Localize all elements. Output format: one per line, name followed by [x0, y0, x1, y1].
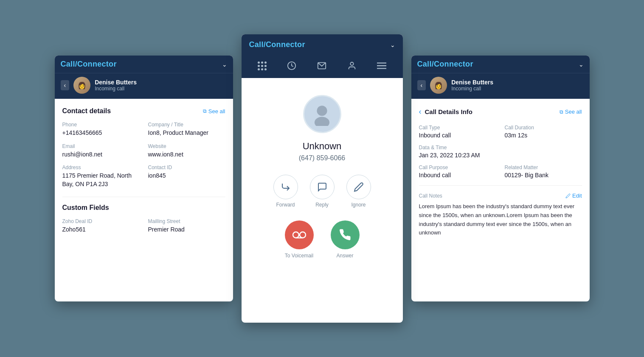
- center-brand-part2: /Connector: [264, 40, 305, 49]
- edit-label: Edit: [572, 192, 582, 199]
- reply-action[interactable]: Reply: [310, 175, 335, 208]
- mail-icon: [317, 61, 326, 70]
- call-details-back-icon[interactable]: ‹: [419, 107, 422, 116]
- field-date-time-label: Data & Time: [419, 145, 582, 151]
- right-chevron[interactable]: ⌄: [579, 61, 584, 68]
- call-details-grid: Call Type Inbound call Call Duration 03m…: [419, 125, 582, 178]
- call-notes-header: Call Notes Edit: [419, 192, 582, 199]
- ignore-label: Ignore: [351, 202, 366, 208]
- caller-area: Unknown (647) 859-6066 Forward: [242, 78, 403, 271]
- center-brand: Call/Connector: [249, 40, 305, 49]
- see-all-link[interactable]: See all: [203, 108, 225, 114]
- nav-clock-button[interactable]: [284, 59, 300, 72]
- answer-label: Answer: [336, 253, 353, 259]
- custom-fields-header: Custom Fields: [62, 204, 225, 212]
- edit-icon: [565, 193, 571, 198]
- voicemail-icon: [292, 230, 306, 240]
- svg-point-9: [300, 232, 306, 238]
- field-call-type-label: Call Type: [419, 125, 496, 131]
- field-call-purpose: Call Purpose Inbound call: [419, 165, 496, 178]
- field-related-matter-label: Related Matter: [505, 165, 582, 170]
- user-info-bar: ‹ 👩 Denise Butters Incoming call: [55, 73, 233, 99]
- field-address-label: Address: [62, 165, 140, 170]
- brand-part1: Call: [61, 60, 75, 68]
- field-call-type: Call Type Inbound call: [419, 125, 496, 139]
- field-call-purpose-label: Call Purpose: [419, 165, 496, 170]
- right-header: Call/Connector ⌄: [411, 56, 590, 73]
- forward-label: Forward: [276, 202, 295, 208]
- action-row: Forward Reply Igno: [273, 175, 371, 208]
- nav-apps-button[interactable]: [254, 60, 270, 72]
- divider: [62, 197, 225, 197]
- right-back-button[interactable]: ‹: [417, 80, 426, 90]
- svg-point-7: [315, 117, 329, 126]
- caller-avatar: [303, 95, 341, 133]
- field-company-value: Ion8, Product Manager: [148, 129, 225, 137]
- nav-menu-button[interactable]: [374, 60, 390, 71]
- left-header: Call/Connector ⌄: [55, 56, 233, 73]
- right-user-text: Denise Butters Incoming call: [451, 79, 493, 92]
- field-phone-value: +14163456665: [62, 129, 140, 137]
- clock-icon: [287, 61, 296, 70]
- field-website: Website www.ion8.net: [148, 143, 225, 159]
- field-call-duration: Call Duration 03m 12s: [505, 125, 582, 139]
- user-status: Incoming call: [95, 86, 137, 92]
- panels-container: Call/Connector ⌄ ‹ 👩 Denise Butters Inco…: [0, 17, 644, 340]
- person-icon: [347, 61, 357, 70]
- field-mailing-label: Mailling Street: [148, 218, 225, 224]
- call-notes-text: Lorem Ipsum has been the industry's stan…: [419, 202, 582, 237]
- caller-avatar-icon: [310, 103, 334, 126]
- nav-icons-bar: [242, 55, 403, 78]
- right-brand-part2: /Connector: [432, 60, 473, 68]
- field-related-matter-value: 00129- Big Bank: [505, 172, 582, 178]
- right-divider: [419, 185, 582, 186]
- forward-action[interactable]: Forward: [273, 175, 298, 208]
- field-call-duration-value: 03m 12s: [505, 132, 582, 139]
- answer-button[interactable]: [331, 220, 360, 249]
- menu-icon: [377, 62, 386, 70]
- right-content: ‹ Call Details Info See all Call Type In…: [411, 99, 590, 246]
- avatar: 👩: [73, 77, 90, 94]
- voicemail-label: To Voicemail: [285, 253, 313, 259]
- field-phone-label: Phone: [62, 122, 140, 128]
- phone-icon: [339, 229, 352, 241]
- back-button[interactable]: ‹: [61, 80, 70, 90]
- field-call-purpose-value: Inbound call: [419, 172, 496, 178]
- right-see-all-link[interactable]: See all: [560, 109, 582, 115]
- voicemail-button[interactable]: [285, 220, 314, 249]
- field-email: Email rushi@ion8.net: [62, 143, 140, 159]
- answer-action[interactable]: Answer: [331, 220, 360, 259]
- call-details-header: ‹ Call Details Info See all: [419, 107, 582, 116]
- apps-icon: [258, 61, 267, 70]
- center-chevron[interactable]: ⌄: [390, 42, 395, 48]
- voicemail-action[interactable]: To Voicemail: [285, 220, 314, 259]
- chevron-icon[interactable]: ⌄: [222, 61, 227, 68]
- field-zoho-value: Zoho561: [62, 226, 140, 234]
- field-email-label: Email: [62, 143, 140, 149]
- forward-arrow-icon: [281, 182, 291, 192]
- ignore-icon: [346, 175, 371, 199]
- user-name: Denise Butters: [95, 79, 137, 86]
- center-panel: Call/Connector ⌄: [242, 34, 403, 323]
- call-notes-section: Call Notes Edit Lorem Ipsum has been the…: [419, 192, 582, 237]
- field-zoho-label: Zoho Deal ID: [62, 218, 140, 224]
- left-panel: Call/Connector ⌄ ‹ 👩 Denise Butters Inco…: [55, 56, 233, 301]
- field-contact-id-label: Contact ID: [148, 165, 225, 170]
- reply-label: Reply: [315, 202, 329, 208]
- field-company-label: Company / Title: [148, 122, 225, 128]
- pencil-icon: [354, 182, 364, 192]
- caller-number: (647) 859-6066: [299, 154, 345, 162]
- field-address: Address 1175 Premier Road, North Bay, ON…: [62, 165, 140, 188]
- field-contact-id-value: ion845: [148, 172, 225, 180]
- field-date-time-value: Jan 23, 2022 10:23 AM: [419, 152, 582, 159]
- edit-link[interactable]: Edit: [565, 192, 582, 199]
- left-content: Contact details See all Phone +141634566…: [55, 99, 233, 251]
- custom-fields-grid: Zoho Deal ID Zoho561 Mailling Street Pre…: [62, 218, 225, 234]
- ignore-action[interactable]: Ignore: [346, 175, 371, 208]
- right-user-info-bar: ‹ 👩 Denise Butters Incoming call: [411, 73, 590, 99]
- nav-mail-button[interactable]: [314, 59, 330, 72]
- forward-icon: [273, 175, 298, 199]
- caller-name: Unknown: [303, 141, 342, 152]
- nav-person-button[interactable]: [344, 59, 360, 72]
- right-brand: Call/Connector: [417, 60, 473, 69]
